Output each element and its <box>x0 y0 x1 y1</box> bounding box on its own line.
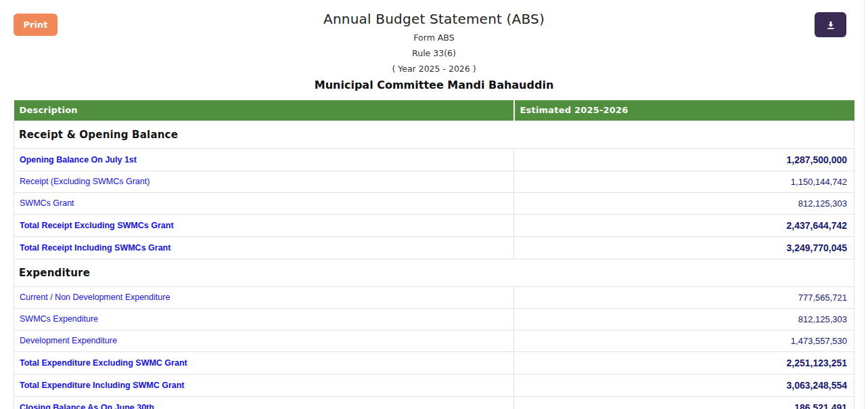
row-description-link[interactable]: Total Receipt Excluding SWMCs Grant <box>14 214 514 236</box>
row-value: 2,251,123,251 <box>514 351 854 374</box>
table-row: SWMCs Grant812,125,303 <box>14 192 854 214</box>
page-header: Print Annual Budget Statement (ABS) Form… <box>0 0 868 95</box>
row-value: 777,565,721 <box>514 286 854 308</box>
section-header-row: Receipt & Opening Balance <box>14 121 854 148</box>
row-description-link[interactable]: Current / Non Development Expenditure <box>14 286 514 308</box>
table-body: Receipt & Opening BalanceOpening Balance… <box>14 121 854 409</box>
download-icon <box>825 20 836 30</box>
table-row: Total Receipt Excluding SWMCs Grant2,437… <box>14 214 854 236</box>
section-title: Receipt & Opening Balance <box>14 121 854 148</box>
window-edge-line <box>864 0 865 409</box>
column-header-description: Description <box>14 100 514 121</box>
table-row: Total Expenditure Including SWMC Grant3,… <box>14 374 854 396</box>
row-value: 3,249,770,045 <box>514 236 854 259</box>
section-title: Expenditure <box>14 259 854 286</box>
row-value: 1,150,144,742 <box>514 171 854 192</box>
table-header-row: Description Estimated 2025-2026 <box>14 100 854 121</box>
row-description-link[interactable]: Opening Balance On July 1st <box>14 148 514 171</box>
rule-subtitle: Rule 33(6) <box>0 48 868 58</box>
row-value: 812,125,303 <box>514 308 854 330</box>
row-value: 1,473,557,530 <box>514 330 854 351</box>
row-description-link[interactable]: Development Expenditure <box>14 330 514 351</box>
table-row: Receipt (Excluding SWMCs Grant)1,150,144… <box>14 171 854 192</box>
row-value: 3,063,248,554 <box>514 374 854 396</box>
download-button[interactable] <box>815 12 846 37</box>
row-value: 812,125,303 <box>514 192 854 214</box>
row-description-link[interactable]: Total Expenditure Excluding SWMC Grant <box>14 351 514 374</box>
row-value: 2,437,644,742 <box>514 214 854 236</box>
organization-name: Municipal Committee Mandi Bahauddin <box>0 79 868 91</box>
table-row: Current / Non Development Expenditure777… <box>14 286 854 308</box>
table-row: Total Expenditure Excluding SWMC Grant2,… <box>14 351 854 374</box>
column-header-estimated: Estimated 2025-2026 <box>514 100 854 121</box>
year-subtitle: ( Year 2025 - 2026 ) <box>0 64 868 74</box>
budget-statement-page: Print Annual Budget Statement (ABS) Form… <box>0 0 868 409</box>
row-description-link[interactable]: Closing Balance As On June 30th <box>14 396 514 409</box>
section-header-row: Expenditure <box>14 259 854 286</box>
table-row: Closing Balance As On June 30th186,521,4… <box>14 396 854 409</box>
table-row: Development Expenditure1,473,557,530 <box>14 330 854 351</box>
table-row: Total Receipt Including SWMCs Grant3,249… <box>14 236 854 259</box>
row-description-link[interactable]: Receipt (Excluding SWMCs Grant) <box>14 171 514 192</box>
row-value: 1,287,500,000 <box>514 148 854 171</box>
row-description-link[interactable]: Total Receipt Including SWMCs Grant <box>14 236 514 259</box>
row-description-link[interactable]: SWMCs Expenditure <box>14 308 514 330</box>
row-value: 186,521,491 <box>514 396 854 409</box>
table-row: SWMCs Expenditure812,125,303 <box>14 308 854 330</box>
form-subtitle: Form ABS <box>0 33 868 43</box>
table-row: Opening Balance On July 1st1,287,500,000 <box>14 148 854 171</box>
row-description-link[interactable]: Total Expenditure Including SWMC Grant <box>14 374 514 396</box>
page-title: Annual Budget Statement (ABS) <box>0 11 868 27</box>
budget-table: Description Estimated 2025-2026 Receipt … <box>14 100 854 409</box>
title-block: Annual Budget Statement (ABS) Form ABS R… <box>0 11 868 91</box>
row-description-link[interactable]: SWMCs Grant <box>14 192 514 214</box>
